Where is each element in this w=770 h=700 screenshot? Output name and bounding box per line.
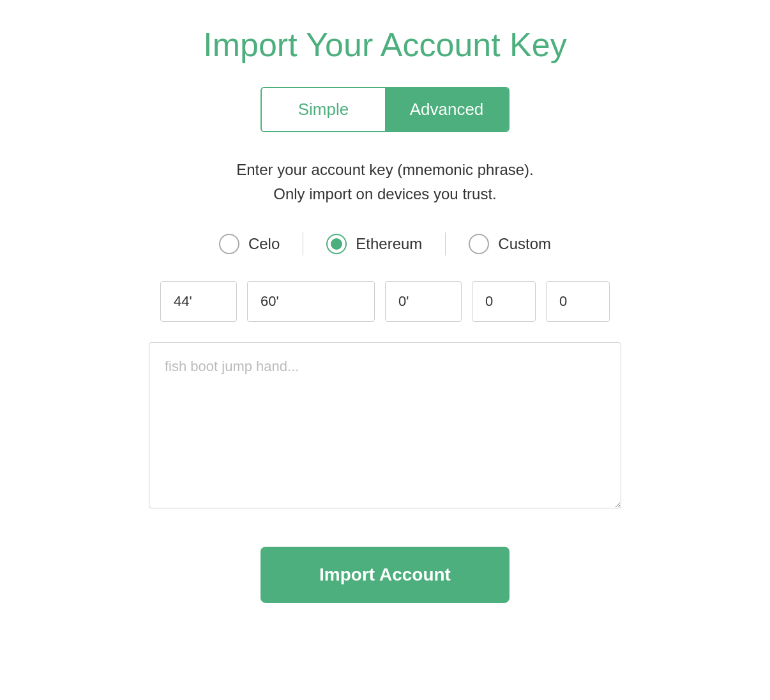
radio-divider-1 (303, 232, 303, 255)
radio-inner-ethereum (331, 238, 342, 250)
radio-label-custom: Custom (498, 235, 551, 253)
description-text: Enter your account key (mnemonic phrase)… (236, 158, 534, 207)
page-title: Import Your Account Key (203, 26, 566, 64)
main-container: Import Your Account Key Simple Advanced … (142, 26, 628, 603)
radio-option-custom[interactable]: Custom (469, 234, 551, 254)
radio-label-celo: Celo (248, 235, 280, 253)
derivation-field-2[interactable] (247, 281, 375, 322)
description-line1: Enter your account key (mnemonic phrase)… (236, 158, 534, 182)
derivation-field-1[interactable] (160, 281, 237, 322)
derivation-field-4[interactable] (472, 281, 536, 322)
derivation-inputs (160, 281, 610, 322)
radio-group: Celo Ethereum Custom (142, 232, 628, 255)
radio-option-ethereum[interactable]: Ethereum (326, 234, 422, 254)
radio-divider-2 (445, 232, 446, 255)
tab-simple[interactable]: Simple (262, 88, 385, 131)
radio-circle-ethereum (326, 234, 347, 254)
radio-circle-custom (469, 234, 489, 254)
radio-circle-celo (219, 234, 239, 254)
radio-option-celo[interactable]: Celo (219, 234, 280, 254)
tab-advanced[interactable]: Advanced (385, 88, 508, 131)
mnemonic-input[interactable] (149, 342, 621, 508)
tab-toggle: Simple Advanced (260, 87, 510, 132)
derivation-field-5[interactable] (546, 281, 610, 322)
description-line2: Only import on devices you trust. (236, 182, 534, 206)
radio-label-ethereum: Ethereum (356, 235, 422, 253)
import-account-button[interactable]: Import Account (260, 547, 510, 603)
derivation-field-3[interactable] (385, 281, 462, 322)
